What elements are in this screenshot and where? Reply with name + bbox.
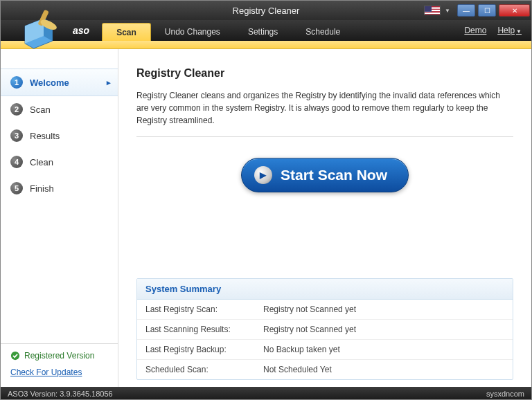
brand-label: aso xyxy=(73,25,89,36)
tab-schedule[interactable]: Schedule xyxy=(292,23,354,41)
chevron-down-icon: ▼ xyxy=(516,28,522,35)
divider xyxy=(1,343,118,344)
summary-row: Last Scanning Results: Registry not Scan… xyxy=(137,320,513,340)
system-summary-panel: System Summary Last Registry Scan: Regis… xyxy=(136,278,513,380)
step-number-icon: 3 xyxy=(10,129,23,142)
page-title: Registry Cleaner xyxy=(136,67,513,80)
minimize-button[interactable]: — xyxy=(457,4,475,17)
maximize-icon: ☐ xyxy=(484,7,490,15)
tab-settings[interactable]: Settings xyxy=(234,23,292,41)
demo-link[interactable]: Demo xyxy=(464,26,486,35)
sidebar-step-clean[interactable]: 4 Clean xyxy=(1,149,118,175)
flag-icon[interactable] xyxy=(424,6,441,15)
close-button[interactable]: ✕ xyxy=(499,4,530,17)
tab-label: Undo Changes xyxy=(165,27,220,37)
divider xyxy=(136,136,513,137)
tab-label: Schedule xyxy=(305,27,340,37)
step-label: Results xyxy=(30,131,60,141)
start-scan-button[interactable]: ▶ Start Scan Now xyxy=(241,158,409,192)
title-bar: Registry Cleaner ▼ — ☐ ✕ xyxy=(1,1,531,20)
summary-value: Registry not Scanned yet xyxy=(263,325,356,334)
step-label: Scan xyxy=(30,104,51,115)
check-updates-link[interactable]: Check For Updates xyxy=(10,367,108,377)
help-link[interactable]: Help▼ xyxy=(497,26,522,35)
status-bar: ASO3 Version: 3.9.3645.18056 sysxdncom xyxy=(1,387,531,400)
step-label: Welcome xyxy=(30,78,69,88)
menu-bar: aso Scan Undo Changes Settings Schedule … xyxy=(1,20,531,41)
main-area: 1 Welcome 2 Scan 3 Results 4 Clean 5 Fin… xyxy=(1,49,531,387)
tab-undo-changes[interactable]: Undo Changes xyxy=(151,23,234,41)
page-description: Registry Cleaner cleans and organizes th… xyxy=(136,89,513,127)
app-logo-icon xyxy=(6,1,69,55)
step-number-icon: 2 xyxy=(10,103,23,116)
minimize-icon: — xyxy=(463,7,470,15)
flag-dropdown-icon[interactable]: ▼ xyxy=(445,8,450,14)
sidebar-step-welcome[interactable]: 1 Welcome xyxy=(1,69,118,96)
registered-badge: Registered Version xyxy=(10,351,108,361)
summary-value: Not Scheduled Yet xyxy=(263,365,332,374)
sidebar-step-scan[interactable]: 2 Scan xyxy=(1,96,118,122)
sidebar-step-finish[interactable]: 5 Finish xyxy=(1,175,118,201)
step-number-icon: 1 xyxy=(10,76,23,89)
maximize-button[interactable]: ☐ xyxy=(478,4,496,17)
step-number-icon: 5 xyxy=(10,182,23,194)
step-number-icon: 4 xyxy=(10,156,23,168)
sidebar: 1 Welcome 2 Scan 3 Results 4 Clean 5 Fin… xyxy=(1,49,118,387)
summary-key: Last Registry Backup: xyxy=(145,345,263,354)
summary-row: Last Registry Scan: Registry not Scanned… xyxy=(137,300,513,320)
step-label: Finish xyxy=(30,183,54,194)
summary-key: Last Scanning Results: xyxy=(145,325,263,334)
content-panel: Registry Cleaner Registry Cleaner cleans… xyxy=(118,49,531,387)
tab-label: Scan xyxy=(116,28,136,37)
close-icon: ✕ xyxy=(512,7,517,15)
gold-strip xyxy=(1,41,531,49)
window-title: Registry Cleaner xyxy=(233,6,300,16)
summary-row: Last Registry Backup: No Backup taken ye… xyxy=(137,340,513,360)
play-icon: ▶ xyxy=(254,166,272,184)
check-circle-icon xyxy=(10,351,20,361)
summary-key: Scheduled Scan: xyxy=(145,365,263,374)
watermark-label: sysxdncom xyxy=(486,390,524,398)
summary-value: Registry not Scanned yet xyxy=(263,304,356,314)
start-scan-label: Start Scan Now xyxy=(281,167,387,183)
registered-label: Registered Version xyxy=(24,351,94,361)
summary-value: No Backup taken yet xyxy=(263,345,340,354)
summary-key: Last Registry Scan: xyxy=(145,304,263,314)
summary-row: Scheduled Scan: Not Scheduled Yet xyxy=(137,360,513,379)
tab-label: Settings xyxy=(248,27,278,37)
version-label: ASO3 Version: 3.9.3645.18056 xyxy=(8,390,113,398)
sidebar-step-results[interactable]: 3 Results xyxy=(1,122,118,149)
step-label: Clean xyxy=(30,157,53,167)
system-summary-title: System Summary xyxy=(137,279,513,300)
tab-scan[interactable]: Scan xyxy=(102,23,151,41)
